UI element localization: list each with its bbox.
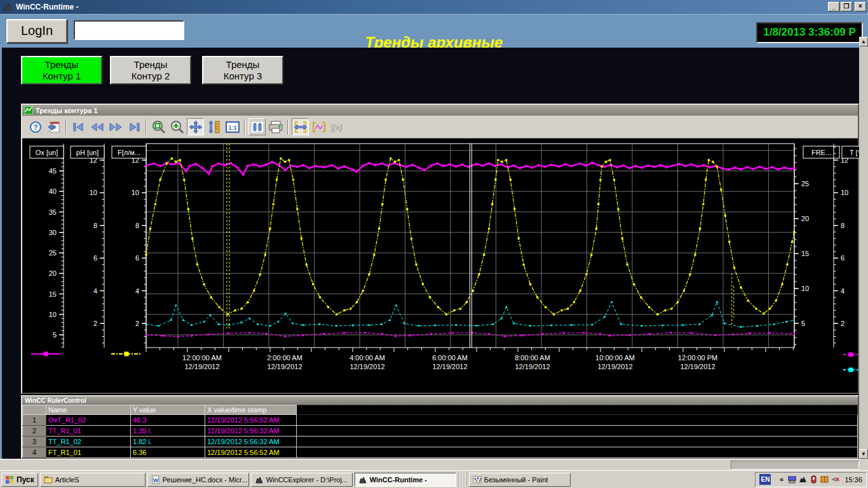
table-row[interactable]: 3 TT_R1_02 1.82 i. 12/19/2012 5:56:32 AM [23, 437, 858, 447]
trend-select-icon[interactable] [310, 118, 327, 135]
svg-text:2:00:00 AM: 2:00:00 AM [267, 354, 302, 362]
header-bar: LogIn Тренды архивные 1/8/2013 3:36:09 P [0, 14, 868, 48]
svg-text:12/19/2012: 12/19/2012 [597, 363, 632, 370]
taskbar-clock: 15:36 [844, 476, 862, 484]
tray-keyboard-icon[interactable] [788, 475, 796, 484]
svg-text:35: 35 [49, 208, 57, 216]
svg-text:5: 5 [53, 331, 57, 339]
taskbar-item-wincc-runtime[interactable]: WinCC-Runtime - [355, 473, 456, 487]
svg-text:5: 5 [801, 320, 805, 327]
table-row[interactable]: 1 OxT_R1_02 46.3 12/19/2012 5:56:52 AM [23, 415, 858, 426]
nav-button-contour3[interactable]: Тренды Контур 3 [202, 56, 283, 85]
main-hscrollbar[interactable] [0, 459, 868, 470]
first-record-icon[interactable] [70, 118, 87, 135]
close-button[interactable]: × [855, 2, 866, 11]
statistics-icon[interactable]: ∫[x] [329, 118, 346, 135]
zoom-plus-icon[interactable] [168, 118, 186, 135]
svg-text:?: ? [33, 123, 37, 131]
taskbar-divider [458, 473, 467, 487]
windows-logo-icon [5, 475, 14, 484]
wincc-explorer-icon [255, 475, 264, 484]
taskbar-item-paint[interactable]: Безымянный - Paint [469, 473, 571, 487]
wincc-runtime-icon [358, 475, 367, 484]
zoom-vertical-icon[interactable] [205, 118, 222, 135]
trend-chart[interactable]: 51015202530354045Ox [un]24681012pH [un]2… [24, 140, 859, 394]
toolbar-separator [244, 119, 245, 135]
trend-chart-canvas: 51015202530354045Ox [un]24681012pH [un]2… [24, 140, 859, 394]
svg-text:FRE...: FRE... [811, 149, 831, 156]
tray-collapse-icon[interactable]: « [777, 475, 785, 484]
folder-icon [44, 475, 53, 484]
word-doc-icon: W [151, 475, 160, 484]
nav-button-contour1[interactable]: Тренды Контур 1 [21, 56, 102, 85]
trend-window-title: Тренды контура 1 [36, 107, 98, 114]
print-icon[interactable] [267, 118, 284, 135]
paint-icon [473, 475, 482, 484]
svg-text:12:00:00 AM: 12:00:00 AM [182, 354, 222, 362]
main-vscrollbar[interactable]: ▲ ▼ [859, 37, 868, 459]
minimize-button[interactable]: _ [828, 2, 839, 11]
svg-text:4: 4 [135, 287, 139, 295]
previous-icon[interactable] [88, 118, 105, 135]
ruler-window-titlebar: WinCC RulerControl [22, 396, 858, 405]
svg-text:12/19/2012: 12/19/2012 [515, 363, 550, 370]
main-hscroll-track[interactable] [731, 461, 859, 470]
scrollbar-corner [859, 459, 868, 470]
window-titlebar: WinCC-Runtime - _ ❐ × [0, 0, 868, 14]
restore-button[interactable]: ❐ [841, 2, 852, 11]
system-tray: EN « 15:36 [755, 472, 867, 487]
trend-icon [24, 106, 33, 114]
svg-text:30: 30 [49, 229, 57, 236]
toolbar-separator [146, 119, 147, 135]
last-record-icon[interactable] [125, 118, 142, 135]
svg-text:25: 25 [801, 180, 809, 187]
taskbar-item-wincc-explorer[interactable]: WinCCExplorer - D:\Proj... [251, 473, 353, 487]
datetime-display: 1/8/2013 3:36:09 P [756, 22, 863, 43]
svg-text:15: 15 [49, 290, 57, 298]
properties-icon[interactable] [45, 118, 62, 135]
svg-text:12:00:00 PM: 12:00:00 PM [678, 354, 717, 362]
scroll-up-icon[interactable]: ▲ [859, 37, 868, 46]
svg-text:Ox [un]: Ox [un] [36, 149, 58, 156]
pan-icon[interactable] [187, 118, 204, 135]
nav-button-contour2[interactable]: Тренды Контур 2 [110, 56, 191, 85]
scroll-down-icon[interactable]: ▼ [859, 449, 868, 459]
table-row[interactable]: 4 FT_R1_01 6.36 12/19/2012 5:56:52 AM [23, 447, 858, 458]
svg-text:20: 20 [801, 215, 809, 222]
time-range-icon[interactable] [292, 118, 309, 135]
svg-text:4: 4 [841, 287, 844, 295]
pause-icon[interactable] [248, 118, 266, 135]
trend-toolbar: ? 1:1 ∫[x] [22, 116, 858, 139]
one-to-one-icon[interactable]: 1:1 [224, 118, 241, 135]
language-indicator[interactable]: EN [759, 474, 771, 485]
tray-wincc-icon[interactable] [799, 475, 807, 484]
svg-text:4:00:00 AM: 4:00:00 AM [349, 354, 385, 362]
window-title: WinCC-Runtime - [16, 3, 79, 11]
svg-text:T [°C]: T [°C] [850, 149, 859, 156]
svg-text:12/19/2012: 12/19/2012 [267, 363, 302, 370]
svg-text:8: 8 [135, 222, 139, 229]
taskbar-item-word-doc[interactable]: W Решение_НС.docx - Micr... [147, 473, 249, 487]
toolbar-separator [287, 119, 288, 135]
trend-window: Тренды контура 1 ? 1:1 ∫[x] 510152025303… [21, 104, 859, 394]
tray-book-icon[interactable] [820, 475, 829, 484]
svg-text:10: 10 [132, 189, 139, 196]
next-icon[interactable] [107, 118, 124, 135]
ruler-window: WinCC RulerControl Name Y value X value/… [21, 395, 859, 459]
svg-text:12/19/2012: 12/19/2012 [432, 363, 467, 370]
svg-text:2: 2 [841, 320, 844, 327]
tray-phone-icon[interactable] [810, 475, 818, 484]
table-row[interactable]: 2 TT_R1_01 1.35 i. 12/19/2012 5:56:32 AM [23, 426, 858, 437]
start-button[interactable]: Пуск [1, 473, 38, 487]
svg-text:F[л/м...: F[л/м... [118, 149, 140, 156]
help-icon[interactable]: ? [27, 118, 44, 135]
svg-text:40: 40 [49, 187, 57, 195]
zoom-area-icon[interactable] [150, 118, 167, 135]
svg-text:45: 45 [49, 167, 57, 175]
tray-volume-muted-icon[interactable] [831, 475, 839, 484]
ruler-table-header: Name Y value X value/time stamp [23, 405, 858, 415]
svg-text:25: 25 [49, 249, 57, 257]
toolbar-separator [65, 119, 67, 135]
svg-text:6: 6 [135, 254, 139, 262]
taskbar-item-articles[interactable]: ArticleS [40, 473, 146, 487]
